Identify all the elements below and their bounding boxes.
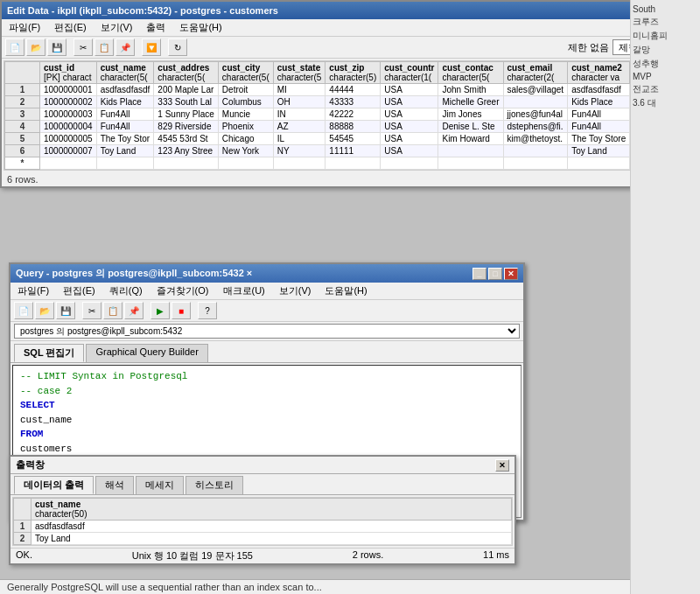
sidebar-item[interactable]: 갈망	[633, 43, 698, 57]
cell-cust-address[interactable]: 829 Riverside	[154, 121, 219, 133]
cell-cust-country[interactable]: USA	[381, 96, 438, 108]
q-menu-query[interactable]: 쿼리(Q)	[106, 283, 146, 298]
q-menu-view[interactable]: 보기(V)	[276, 283, 315, 298]
cell-cust-city[interactable]: Detroit	[218, 84, 273, 96]
menu-edit[interactable]: 편집(E)	[51, 20, 90, 35]
tab-data-output[interactable]: 데이터의 출력	[14, 476, 94, 494]
sidebar-item[interactable]: 3.6 대	[633, 96, 698, 110]
q-open[interactable]: 📂	[35, 302, 54, 319]
q-menu-help[interactable]: 도움말(H)	[321, 283, 370, 298]
cell-cust-name2[interactable]: The Toy Store	[568, 133, 630, 145]
cell-cust-city[interactable]: Chicago	[218, 133, 273, 145]
query-minimize[interactable]: _	[472, 268, 486, 280]
cell-cust-name[interactable]: Kids Place	[96, 96, 154, 108]
cell-cust-zip[interactable]: 43333	[326, 96, 381, 108]
cell-cust-email[interactable]: dstephens@fi.	[503, 121, 568, 133]
sidebar-item[interactable]: MVP	[633, 71, 698, 82]
cell-cust-name2[interactable]: Kids Place	[568, 96, 630, 108]
cell-cust-name[interactable]: Fun4All	[96, 108, 154, 121]
cell-cust-name2[interactable]: Toy Land	[568, 145, 630, 157]
cell-cust-zip[interactable]: 11111	[326, 145, 381, 157]
cell-cust-country[interactable]: USA	[381, 121, 438, 133]
filter-btn[interactable]: 🔽	[142, 38, 161, 56]
cell-cust-email[interactable]: jjones@fun4al	[503, 108, 568, 121]
cut-btn[interactable]: ✂	[74, 38, 93, 56]
cell-cust-id[interactable]: 1000000004	[40, 121, 97, 133]
tab-analysis[interactable]: 해석	[95, 476, 134, 494]
cell-cust-city[interactable]: New York	[218, 145, 273, 157]
refresh-btn[interactable]: ↻	[168, 38, 187, 56]
cell-cust-name[interactable]: The Toy Stor	[96, 133, 154, 145]
cell-cust-zip[interactable]: 44444	[326, 84, 381, 96]
cell-cust-name2[interactable]: asdfasdfasdf	[568, 84, 630, 96]
cell-cust-state[interactable]: NY	[273, 145, 326, 157]
query-close[interactable]: ✕	[504, 268, 518, 280]
cell-cust-state[interactable]: OH	[273, 96, 326, 108]
cell-cust-name[interactable]: Toy Land	[96, 145, 154, 157]
cell-cust-id[interactable]: 1000000005	[40, 133, 97, 145]
query-maximize[interactable]: □	[488, 268, 502, 280]
cell-cust-contact[interactable]	[438, 145, 503, 157]
output-close[interactable]: ✕	[495, 459, 509, 472]
conn-select[interactable]: postgres 의 postgres@ikpll_subcom:5432	[14, 324, 520, 339]
cell-cust-name2[interactable]: Fun4All	[568, 108, 630, 121]
cell-cust-contact[interactable]: Denise L. Ste	[438, 121, 503, 133]
cell-cust-country[interactable]: USA	[381, 133, 438, 145]
cell-cust-address[interactable]: 200 Maple Lar	[154, 84, 219, 96]
menu-output[interactable]: 출력	[143, 20, 169, 35]
cell-cust-name[interactable]: asdfasdfasdf	[96, 84, 154, 96]
q-new[interactable]: 📄	[14, 302, 33, 319]
tab-graphical-query[interactable]: Graphical Query Builder	[86, 344, 207, 362]
open-btn[interactable]: 📂	[26, 38, 46, 56]
cell-cust-id[interactable]: 1000000007	[40, 145, 97, 157]
q-menu-edit[interactable]: 편집(E)	[60, 283, 99, 298]
menu-help[interactable]: 도움말(H)	[176, 20, 225, 35]
tab-message[interactable]: 메세지	[136, 476, 184, 494]
q-menu-file[interactable]: 파일(F)	[14, 283, 52, 298]
cell-cust-name2[interactable]: Fun4All	[568, 121, 630, 133]
cell-cust-city[interactable]: Muncie	[218, 108, 273, 121]
cell-cust-state[interactable]: IN	[273, 108, 326, 121]
paste-btn[interactable]: 📌	[116, 38, 135, 56]
cell-cust-city[interactable]: Columbus	[218, 96, 273, 108]
q-menu-fav[interactable]: 즐겨찾기(O)	[153, 283, 213, 298]
sidebar-item[interactable]: 성추행	[633, 57, 698, 71]
tab-sql-editor[interactable]: SQL 편집기	[14, 344, 84, 362]
cell-cust-email[interactable]: kim@thetoyst.	[503, 133, 568, 145]
cell-cust-email[interactable]	[503, 96, 568, 108]
cell-cust-state[interactable]: AZ	[273, 121, 326, 133]
cell-cust-contact[interactable]: Jim Jones	[438, 108, 503, 121]
sidebar-item[interactable]: 전교조	[633, 82, 698, 96]
cell-cust-city[interactable]: Phoenix	[218, 121, 273, 133]
cell-cust-email[interactable]	[503, 145, 568, 157]
cell-cust-address[interactable]: 1 Sunny Place	[154, 108, 219, 121]
cell-cust-address[interactable]: 333 South Lal	[154, 96, 219, 108]
sidebar-item[interactable]: 크루즈	[633, 15, 698, 29]
q-copy[interactable]: 📋	[103, 302, 122, 319]
cell-cust-address[interactable]: 123 Any Stree	[154, 145, 219, 157]
new-btn[interactable]: 📄	[5, 38, 24, 56]
cell-cust-contact[interactable]: John Smith	[438, 84, 503, 96]
cell-cust-zip[interactable]: 54545	[326, 133, 381, 145]
cell-cust-country[interactable]: USA	[381, 108, 438, 121]
cell-cust-state[interactable]: MI	[273, 84, 326, 96]
cell-cust-state[interactable]: IL	[273, 133, 326, 145]
cell-cust-country[interactable]: USA	[381, 84, 438, 96]
save-btn[interactable]: 💾	[47, 38, 66, 56]
cell-cust-contact[interactable]: Michelle Greer	[438, 96, 503, 108]
q-cut[interactable]: ✂	[82, 302, 102, 319]
q-run[interactable]: ▶	[150, 302, 170, 319]
sidebar-item[interactable]: South	[633, 3, 698, 15]
cell-cust-country[interactable]: USA	[381, 145, 438, 157]
menu-file[interactable]: 파일(F)	[5, 20, 44, 35]
sidebar-item[interactable]: 미니홈피	[633, 29, 698, 43]
cell-cust-name[interactable]: Fun4All	[96, 121, 154, 133]
q-menu-macro[interactable]: 매크로(U)	[220, 283, 269, 298]
copy-btn[interactable]: 📋	[94, 38, 114, 56]
q-explain[interactable]: ?	[198, 302, 217, 319]
cell-cust-id[interactable]: 1000000001	[40, 84, 97, 96]
tab-history[interactable]: 히스토리	[186, 476, 243, 494]
q-save[interactable]: 💾	[56, 302, 75, 319]
cell-cust-contact[interactable]: Kim Howard	[438, 133, 503, 145]
q-paste[interactable]: 📌	[124, 302, 144, 319]
